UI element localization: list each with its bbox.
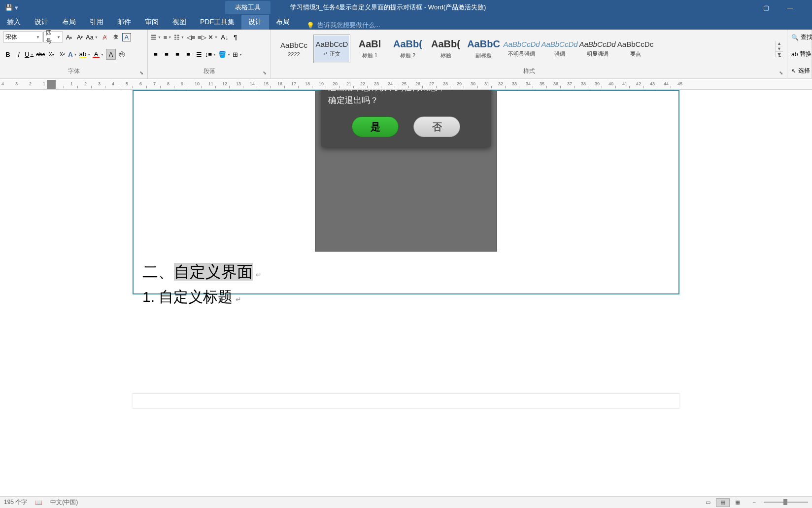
- tab-review[interactable]: 审阅: [138, 15, 166, 30]
- tab-table-layout[interactable]: 布局: [269, 15, 297, 30]
- align-left-button[interactable]: ≡: [151, 49, 161, 60]
- style-item-标题 2[interactable]: AaBb(标题 2: [389, 35, 426, 63]
- underline-button[interactable]: U▼: [25, 49, 34, 60]
- zoom-out-button[interactable]: −: [752, 499, 756, 506]
- document-area[interactable]: 退出后，您将收不到任何消息， 确定退出吗？ 是 否 二、自定义界面↵ 1. 自定…: [0, 90, 812, 430]
- styles-scroll-down[interactable]: ▼: [776, 46, 783, 52]
- web-layout-button[interactable]: ▦: [731, 498, 744, 507]
- style-item-副标题[interactable]: AaBbC副标题: [465, 35, 502, 63]
- print-layout-button[interactable]: ▤: [716, 498, 730, 507]
- line-spacing-button[interactable]: ↕≡▼: [205, 49, 217, 60]
- style-item-强调[interactable]: AaBbCcDd强调: [541, 35, 578, 63]
- character-border-button[interactable]: A: [122, 32, 132, 42]
- font-color-button[interactable]: A▼: [93, 49, 105, 60]
- align-right-button[interactable]: ≡: [172, 49, 182, 60]
- styles-group: AaBbCc2222AaBbCcD↵ 正文AaBl标题 1AaBb(标题 2Aa…: [271, 30, 787, 78]
- paragraph-mark-icon: ↵: [256, 271, 262, 279]
- highlight-button[interactable]: ab▼: [79, 49, 92, 60]
- tab-design[interactable]: 设计: [28, 15, 55, 30]
- borders-button[interactable]: ⊞▼: [233, 49, 243, 60]
- tab-mailings[interactable]: 邮件: [110, 15, 138, 30]
- spell-check-icon[interactable]: 📖: [35, 499, 42, 506]
- save-icon[interactable]: 💾 ▾: [5, 4, 18, 11]
- distributed-button[interactable]: ☰: [194, 49, 204, 60]
- ruler-tick: 35: [540, 81, 544, 86]
- ruler-tick: 17: [291, 81, 296, 86]
- zoom-slider[interactable]: [764, 502, 808, 503]
- style-preview: AaBl: [359, 38, 381, 50]
- styles-scroll-up[interactable]: ▲: [776, 41, 783, 46]
- style-item-2222[interactable]: AaBbCc2222: [275, 35, 312, 63]
- style-item-标题 1[interactable]: AaBl标题 1: [351, 35, 388, 63]
- font-name-dropdown[interactable]: 宋体▼: [3, 32, 42, 42]
- style-item-标题[interactable]: AaBb(标题: [427, 35, 464, 63]
- style-item-明显强调[interactable]: AaBbCcDd明显强调: [579, 35, 616, 63]
- chevron-down-icon: ▼: [57, 35, 61, 39]
- zoom-thumb[interactable]: [783, 499, 787, 505]
- style-item-不明显强调[interactable]: AaBbCcDd不明显强调: [503, 35, 540, 63]
- style-item-↵ 正文[interactable]: AaBbCcD↵ 正文: [313, 35, 350, 63]
- align-center-button[interactable]: ≡: [162, 49, 171, 60]
- numbering-button[interactable]: ≡▼: [163, 32, 173, 42]
- horizontal-ruler[interactable]: 4321123456789101112131415161718192021222…: [0, 79, 812, 90]
- show-marks-button[interactable]: ¶: [231, 32, 240, 42]
- chevron-down-icon: ▼: [36, 35, 40, 39]
- font-size-dropdown[interactable]: 四号▼: [43, 32, 63, 42]
- paragraph-dialog-launcher[interactable]: ⬊: [263, 70, 267, 75]
- word-count[interactable]: 195 个字: [4, 498, 27, 507]
- ribbon-options-icon[interactable]: ▢: [759, 3, 773, 12]
- shrink-font-button[interactable]: A▾: [75, 32, 85, 42]
- ruler-tick: 10: [195, 81, 200, 86]
- find-button[interactable]: 🔍查找: [790, 32, 809, 43]
- enclose-characters-button[interactable]: ㊕: [117, 49, 127, 60]
- shading-button[interactable]: 🪣▼: [218, 49, 232, 60]
- subscript-button[interactable]: X₂: [46, 49, 56, 60]
- ruler-tick: 19: [319, 81, 324, 86]
- text-effects-button[interactable]: A▼: [68, 49, 78, 60]
- embedded-image[interactable]: 退出后，您将收不到任何消息， 确定退出吗？ 是 否: [315, 91, 497, 252]
- change-case-button[interactable]: Aa▼: [86, 32, 99, 42]
- justify-button[interactable]: ≡: [183, 49, 193, 60]
- character-shading-button[interactable]: A: [106, 49, 116, 60]
- table-tools-tab[interactable]: 表格工具: [225, 1, 271, 14]
- bullets-button[interactable]: ☰▼: [151, 32, 162, 42]
- decrease-indent-button[interactable]: ◁≡: [186, 32, 196, 42]
- strikethrough-button[interactable]: abc: [35, 49, 45, 60]
- clear-formatting-button[interactable]: A̷: [100, 32, 110, 42]
- tab-table-design[interactable]: 设计: [241, 15, 269, 30]
- replace-button[interactable]: ab替换: [790, 48, 809, 60]
- multilevel-list-button[interactable]: ☷▼: [174, 32, 185, 42]
- minimize-button[interactable]: —: [783, 3, 797, 12]
- select-button[interactable]: ↖选择: [790, 65, 809, 76]
- read-mode-button[interactable]: ▭: [701, 498, 715, 507]
- increase-indent-button[interactable]: ≡▷: [197, 32, 207, 42]
- italic-button[interactable]: I: [14, 49, 24, 60]
- bold-button[interactable]: B: [3, 49, 13, 60]
- subheading-text[interactable]: 1. 自定义标题↵: [142, 287, 670, 307]
- style-preview: AaBbCcDc: [617, 40, 653, 48]
- cursor-icon: ↖: [791, 68, 796, 74]
- tab-pdf-tools[interactable]: PDF工具集: [193, 15, 241, 30]
- font-dialog-launcher[interactable]: ⬊: [139, 70, 143, 75]
- asian-layout-button[interactable]: ✕▼: [208, 32, 219, 42]
- ruler-tick: 30: [471, 81, 475, 86]
- superscript-button[interactable]: X²: [57, 49, 67, 60]
- tab-references[interactable]: 引用: [83, 15, 110, 30]
- style-preview: AaBbCcD: [316, 40, 348, 48]
- tell-me-search[interactable]: 💡 告诉我您想要做什么...: [306, 21, 380, 30]
- language-status[interactable]: 中文(中国): [50, 498, 78, 507]
- heading-text[interactable]: 二、自定义界面↵: [142, 261, 670, 283]
- style-item-要点[interactable]: AaBbCcDc要点: [617, 35, 654, 63]
- ruler-tick: 1: [43, 81, 45, 86]
- styles-dialog-launcher[interactable]: ⬊: [779, 70, 783, 75]
- phonetic-guide-button[interactable]: 变: [111, 32, 121, 42]
- tab-layout[interactable]: 布局: [55, 15, 83, 30]
- ruler-tick: 43: [650, 81, 655, 86]
- tab-insert[interactable]: 插入: [0, 15, 28, 30]
- ruler-tick: 29: [457, 81, 462, 86]
- grow-font-button[interactable]: A▴: [64, 32, 74, 42]
- sort-button[interactable]: A↓: [220, 32, 230, 42]
- tab-view[interactable]: 视图: [166, 15, 193, 30]
- styles-expand-button[interactable]: ▼̲: [776, 52, 783, 57]
- search-icon: 🔍: [791, 34, 799, 41]
